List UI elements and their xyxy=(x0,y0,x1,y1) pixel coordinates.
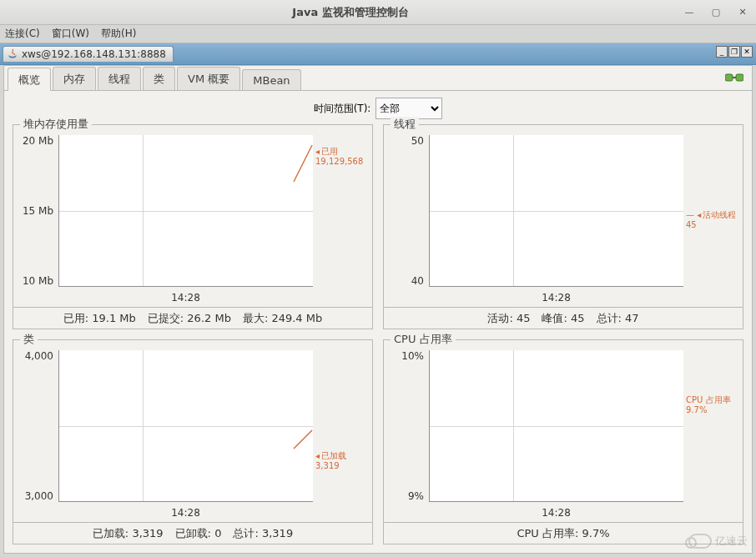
menu-window[interactable]: 窗口(W) xyxy=(52,27,89,41)
cpu-summary: CPU 占用率: 9.7% xyxy=(384,522,743,544)
heap-summary: 已用: 19.1 Mb 已提交: 26.2 Mb 最大: 249.4 Mb xyxy=(13,307,372,329)
svg-rect-0 xyxy=(725,74,733,81)
time-range-label: 时间范围(T): xyxy=(314,102,371,116)
panel-classes-title: 类 xyxy=(20,332,38,347)
tab-classes[interactable]: 类 xyxy=(143,67,175,90)
panel-threads-title: 线程 xyxy=(391,117,419,132)
panel-heap-title: 堆内存使用量 xyxy=(20,117,92,132)
panel-threads: 线程 50 40 — ◂活动线程 45 14:28 活动: 45 峰值: 45 xyxy=(383,124,743,329)
classes-legend: ◂已加载 3,319 xyxy=(315,451,367,471)
java-icon xyxy=(7,48,18,60)
mdi-close-button[interactable]: ✕ xyxy=(741,46,753,58)
content-area: 概览 内存 线程 类 VM 概要 MBean 时间范围(T): 全部 堆内存使用… xyxy=(3,65,753,554)
time-range-row: 时间范围(T): 全部 xyxy=(4,91,752,124)
heap-yaxis: 20 Mb 15 Mb 10 Mb xyxy=(18,132,58,305)
cpu-yaxis: 10% 9% xyxy=(389,347,429,520)
connection-tab-label: xws@192.168.148.131:8888 xyxy=(22,48,166,60)
heap-xlabel: 14:28 xyxy=(58,292,313,304)
classes-summary: 已加载: 3,319 已卸载: 0 总计: 3,319 xyxy=(13,522,372,544)
panel-heap: 堆内存使用量 20 Mb 15 Mb 10 Mb ◂已用 19,129,568 … xyxy=(13,124,373,329)
svg-line-3 xyxy=(294,145,312,182)
panel-cpu: CPU 占用率 10% 9% CPU 占用率 9.7% 14:28 CPU 占用… xyxy=(383,339,743,544)
panel-cpu-title: CPU 占用率 xyxy=(391,332,456,347)
connection-tabbar: xws@192.168.148.131:8888 _ ❐ ✕ xyxy=(0,43,756,65)
threads-plot[interactable] xyxy=(429,135,683,287)
cpu-legend: CPU 占用率 9.7% xyxy=(686,395,738,415)
menu-help[interactable]: 帮助(H) xyxy=(101,27,136,41)
tab-memory[interactable]: 内存 xyxy=(53,67,96,90)
threads-summary: 活动: 45 峰值: 45 总计: 47 xyxy=(384,307,743,329)
threads-legend: — ◂活动线程 45 xyxy=(686,210,738,230)
minimize-button[interactable]: — xyxy=(681,4,698,21)
heap-plot[interactable] xyxy=(58,135,313,287)
panel-classes: 类 4,000 3,000 ◂已加载 3,319 14:28 xyxy=(13,339,373,544)
connection-tab[interactable]: xws@192.168.148.131:8888 xyxy=(3,46,174,62)
tab-overview[interactable]: 概览 xyxy=(8,68,51,91)
svg-line-4 xyxy=(294,430,312,449)
menu-connection[interactable]: 连接(C) xyxy=(5,27,40,41)
cpu-xlabel: 14:28 xyxy=(429,507,683,519)
charts-grid: 堆内存使用量 20 Mb 15 Mb 10 Mb ◂已用 19,129,568 … xyxy=(13,124,743,544)
close-button[interactable]: ✕ xyxy=(734,4,751,21)
tab-threads[interactable]: 线程 xyxy=(98,67,141,90)
titlebar: Java 监视和管理控制台 — ▢ ✕ xyxy=(0,0,756,25)
tab-mbean[interactable]: MBean xyxy=(242,69,300,90)
cpu-plot[interactable] xyxy=(429,350,683,502)
svg-rect-1 xyxy=(736,74,743,81)
mdi-minimize-button[interactable]: _ xyxy=(716,46,728,58)
threads-xlabel: 14:28 xyxy=(429,292,683,304)
tab-row: 概览 内存 线程 类 VM 概要 MBean xyxy=(4,66,752,91)
maximize-button[interactable]: ▢ xyxy=(708,4,724,21)
classes-xlabel: 14:28 xyxy=(58,507,313,519)
tab-vm[interactable]: VM 概要 xyxy=(177,67,240,90)
threads-yaxis: 50 40 xyxy=(389,132,429,305)
heap-legend: ◂已用 19,129,568 xyxy=(315,147,367,167)
menubar: 连接(C) 窗口(W) 帮助(H) xyxy=(0,25,756,43)
classes-plot[interactable] xyxy=(58,350,313,502)
window-title: Java 监视和管理控制台 xyxy=(25,5,676,20)
connected-icon xyxy=(725,71,743,84)
classes-yaxis: 4,000 3,000 xyxy=(18,347,58,520)
mdi-restore-button[interactable]: ❐ xyxy=(728,46,740,58)
